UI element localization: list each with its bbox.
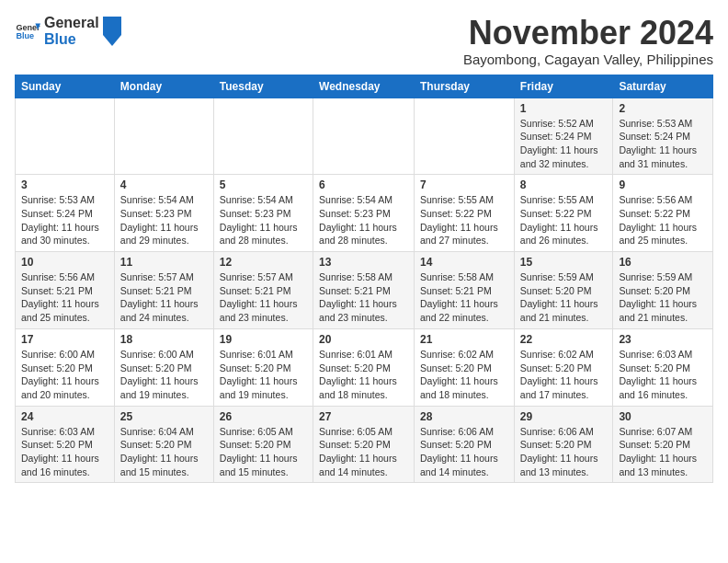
header-tuesday: Tuesday	[213, 75, 313, 98]
day-info: Sunrise: 6:07 AMSunset: 5:20 PMDaylight:…	[619, 425, 707, 479]
day-info: Sunrise: 6:03 AMSunset: 5:20 PMDaylight:…	[619, 348, 707, 402]
day-info: Sunrise: 6:05 AMSunset: 5:20 PMDaylight:…	[319, 425, 408, 479]
title-block: November 2024 Bayombong, Cagayan Valley,…	[463, 15, 713, 67]
day-info: Sunrise: 5:53 AMSunset: 5:24 PMDaylight:…	[619, 117, 707, 171]
day-number: 30	[619, 410, 707, 423]
day-info: Sunrise: 5:59 AMSunset: 5:20 PMDaylight:…	[520, 270, 608, 325]
day-number: 20	[319, 333, 408, 346]
day-number: 10	[21, 256, 108, 269]
calendar-cell: 24Sunrise: 6:03 AMSunset: 5:20 PMDayligh…	[16, 406, 115, 483]
day-info: Sunrise: 5:56 AMSunset: 5:22 PMDaylight:…	[619, 193, 707, 247]
day-number: 26	[220, 410, 307, 423]
calendar-cell	[16, 98, 115, 175]
calendar-cell	[114, 98, 213, 175]
calendar-cell: 10Sunrise: 5:56 AMSunset: 5:21 PMDayligh…	[16, 252, 115, 329]
day-number: 9	[619, 178, 707, 191]
day-number: 29	[520, 410, 608, 423]
day-number: 23	[619, 333, 707, 346]
day-number: 6	[319, 178, 408, 191]
day-number: 25	[120, 410, 208, 423]
logo: General Blue General Blue	[15, 15, 121, 47]
calendar-cell: 13Sunrise: 5:58 AMSunset: 5:21 PMDayligh…	[313, 252, 415, 329]
svg-marker-3	[103, 20, 121, 46]
day-number: 1	[520, 102, 608, 115]
calendar-cell: 30Sunrise: 6:07 AMSunset: 5:20 PMDayligh…	[613, 406, 713, 483]
day-info: Sunrise: 6:01 AMSunset: 5:20 PMDaylight:…	[220, 348, 307, 402]
day-info: Sunrise: 5:54 AMSunset: 5:23 PMDaylight:…	[319, 193, 408, 247]
calendar-cell: 3Sunrise: 5:53 AMSunset: 5:24 PMDaylight…	[16, 175, 115, 252]
calendar-cell: 6Sunrise: 5:54 AMSunset: 5:23 PMDaylight…	[313, 175, 415, 252]
calendar-cell: 1Sunrise: 5:52 AMSunset: 5:24 PMDaylight…	[514, 98, 613, 175]
calendar-cell	[313, 98, 415, 175]
calendar-cell: 29Sunrise: 6:06 AMSunset: 5:20 PMDayligh…	[514, 406, 613, 483]
calendar-cell: 8Sunrise: 5:55 AMSunset: 5:22 PMDaylight…	[514, 175, 613, 252]
calendar-cell: 21Sunrise: 6:02 AMSunset: 5:20 PMDayligh…	[415, 328, 515, 406]
day-number: 14	[420, 256, 508, 269]
day-info: Sunrise: 5:54 AMSunset: 5:23 PMDaylight:…	[220, 193, 307, 247]
calendar-cell: 9Sunrise: 5:56 AMSunset: 5:22 PMDaylight…	[613, 175, 713, 252]
calendar-cell: 11Sunrise: 5:57 AMSunset: 5:21 PMDayligh…	[114, 252, 213, 329]
day-info: Sunrise: 5:54 AMSunset: 5:23 PMDaylight:…	[120, 193, 208, 247]
calendar-week-row: 17Sunrise: 6:00 AMSunset: 5:20 PMDayligh…	[16, 328, 713, 406]
day-number: 19	[220, 333, 307, 346]
day-number: 27	[319, 410, 408, 423]
day-info: Sunrise: 6:00 AMSunset: 5:20 PMDaylight:…	[120, 348, 208, 402]
calendar-cell: 27Sunrise: 6:05 AMSunset: 5:20 PMDayligh…	[313, 406, 415, 483]
logo-arrow-icon	[103, 17, 121, 46]
day-info: Sunrise: 6:02 AMSunset: 5:20 PMDaylight:…	[420, 348, 508, 402]
day-info: Sunrise: 6:00 AMSunset: 5:20 PMDaylight:…	[21, 348, 108, 402]
day-info: Sunrise: 6:01 AMSunset: 5:20 PMDaylight:…	[319, 348, 408, 402]
svg-marker-4	[103, 17, 121, 20]
header-thursday: Thursday	[415, 75, 515, 98]
header-monday: Monday	[114, 75, 213, 98]
day-number: 4	[120, 178, 208, 191]
day-number: 8	[520, 178, 608, 191]
calendar-cell: 12Sunrise: 5:57 AMSunset: 5:21 PMDayligh…	[213, 252, 313, 329]
day-number: 3	[21, 178, 108, 191]
month-title: November 2024	[463, 15, 713, 52]
calendar-cell: 7Sunrise: 5:55 AMSunset: 5:22 PMDaylight…	[415, 175, 515, 252]
day-info: Sunrise: 5:58 AMSunset: 5:21 PMDaylight:…	[319, 270, 408, 325]
calendar-cell: 19Sunrise: 6:01 AMSunset: 5:20 PMDayligh…	[213, 328, 313, 406]
day-info: Sunrise: 5:58 AMSunset: 5:21 PMDaylight:…	[420, 270, 508, 325]
logo-icon: General Blue	[15, 18, 40, 44]
day-info: Sunrise: 5:55 AMSunset: 5:22 PMDaylight:…	[520, 193, 608, 247]
header-saturday: Saturday	[613, 75, 713, 98]
day-number: 2	[619, 102, 707, 115]
day-number: 7	[420, 178, 508, 191]
calendar-cell: 23Sunrise: 6:03 AMSunset: 5:20 PMDayligh…	[613, 328, 713, 406]
day-info: Sunrise: 5:57 AMSunset: 5:21 PMDaylight:…	[220, 270, 307, 325]
calendar-cell: 4Sunrise: 5:54 AMSunset: 5:23 PMDaylight…	[114, 175, 213, 252]
day-number: 28	[420, 410, 508, 423]
calendar-table: SundayMondayTuesdayWednesdayThursdayFrid…	[15, 75, 713, 484]
calendar-week-row: 10Sunrise: 5:56 AMSunset: 5:21 PMDayligh…	[16, 252, 713, 329]
calendar-cell: 22Sunrise: 6:02 AMSunset: 5:20 PMDayligh…	[514, 328, 613, 406]
day-info: Sunrise: 6:06 AMSunset: 5:20 PMDaylight:…	[420, 425, 508, 479]
day-info: Sunrise: 5:55 AMSunset: 5:22 PMDaylight:…	[420, 193, 508, 247]
calendar-cell: 26Sunrise: 6:05 AMSunset: 5:20 PMDayligh…	[213, 406, 313, 483]
calendar-cell	[213, 98, 313, 175]
header-friday: Friday	[514, 75, 613, 98]
calendar-week-row: 24Sunrise: 6:03 AMSunset: 5:20 PMDayligh…	[16, 406, 713, 483]
calendar-cell: 15Sunrise: 5:59 AMSunset: 5:20 PMDayligh…	[514, 252, 613, 329]
calendar-week-row: 3Sunrise: 5:53 AMSunset: 5:24 PMDaylight…	[16, 175, 713, 252]
page-header: General Blue General Blue November 2024 …	[15, 15, 713, 67]
calendar-cell: 28Sunrise: 6:06 AMSunset: 5:20 PMDayligh…	[415, 406, 515, 483]
day-info: Sunrise: 6:06 AMSunset: 5:20 PMDaylight:…	[520, 425, 608, 479]
day-info: Sunrise: 6:03 AMSunset: 5:20 PMDaylight:…	[21, 425, 108, 479]
calendar-cell: 25Sunrise: 6:04 AMSunset: 5:20 PMDayligh…	[114, 406, 213, 483]
day-number: 5	[220, 178, 307, 191]
calendar-week-row: 1Sunrise: 5:52 AMSunset: 5:24 PMDaylight…	[16, 98, 713, 175]
calendar-header-row: SundayMondayTuesdayWednesdayThursdayFrid…	[16, 75, 713, 98]
calendar-cell: 2Sunrise: 5:53 AMSunset: 5:24 PMDaylight…	[613, 98, 713, 175]
day-number: 21	[420, 333, 508, 346]
header-sunday: Sunday	[16, 75, 115, 98]
day-info: Sunrise: 5:53 AMSunset: 5:24 PMDaylight:…	[21, 193, 108, 247]
day-number: 24	[21, 410, 108, 423]
calendar-cell: 16Sunrise: 5:59 AMSunset: 5:20 PMDayligh…	[613, 252, 713, 329]
day-number: 18	[120, 333, 208, 346]
day-number: 11	[120, 256, 208, 269]
location-title: Bayombong, Cagayan Valley, Philippines	[463, 52, 713, 67]
logo-text-blue: Blue	[44, 31, 99, 48]
calendar-cell: 14Sunrise: 5:58 AMSunset: 5:21 PMDayligh…	[415, 252, 515, 329]
